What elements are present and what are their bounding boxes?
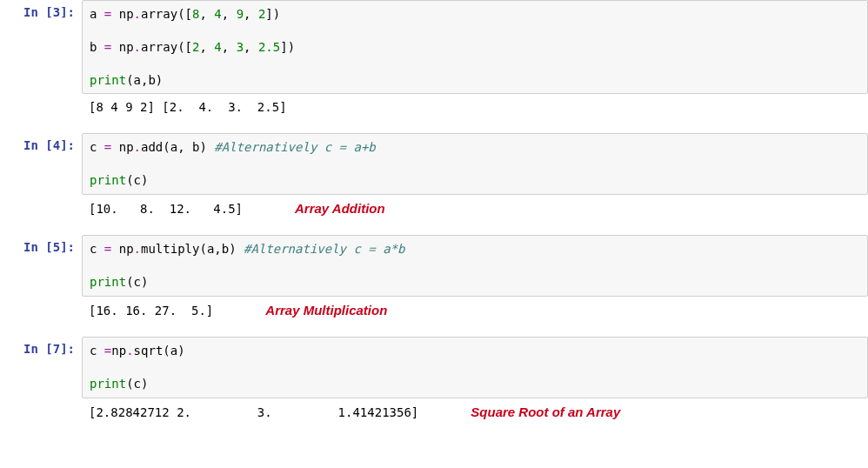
code-token: , (244, 40, 258, 54)
annotation-label: Array Multiplication (265, 302, 387, 319)
code-token: print (90, 377, 126, 391)
code-token: (a,b) (199, 242, 244, 256)
code-output: [10. 8. 12. 4.5] Array Addition (82, 195, 868, 223)
code-token: (a) (163, 344, 184, 358)
code-input[interactable]: c = np.add(a, b) #Alternatively c = a+b … (82, 133, 868, 195)
output-cell: [16. 16. 27. 5.] Array Multiplication (0, 297, 868, 324)
output-prompt (0, 94, 82, 104)
code-token: . (134, 242, 141, 256)
code-token: = (104, 242, 119, 256)
code-cell: In [7]: c =np.sqrt(a) print(c) (0, 337, 868, 398)
input-prompt: In [4]: (0, 133, 82, 157)
code-token: (a, b) (163, 140, 214, 154)
code-token: np (119, 242, 134, 256)
code-token: , (199, 40, 214, 54)
code-token: c (90, 344, 104, 358)
code-token: 3 (237, 40, 244, 54)
code-token: . (134, 40, 141, 54)
code-token: . (126, 344, 133, 358)
annotation-label: Square Root of an Array (471, 404, 620, 421)
code-output: [2.82842712 2. 3. 1.41421356] Square Roo… (82, 398, 868, 426)
code-token: a (90, 7, 104, 21)
code-token: print (90, 73, 126, 87)
output-cell: [10. 8. 12. 4.5] Array Addition (0, 195, 868, 223)
code-token: , (244, 7, 258, 21)
code-token: , (222, 7, 237, 21)
code-token: c (90, 242, 104, 256)
output-prompt (0, 195, 82, 205)
output-cell: [8 4 9 2] [2. 4. 3. 2.5] (0, 94, 868, 121)
annotation-label: Array Addition (295, 200, 385, 217)
code-token: ([ (177, 40, 192, 54)
code-token: print (90, 275, 126, 289)
code-token: . (134, 140, 141, 154)
code-token: np (119, 40, 134, 54)
code-token: print (90, 173, 126, 187)
code-token: 4 (214, 7, 221, 21)
code-token: = (104, 40, 119, 54)
code-token: c (90, 140, 104, 154)
code-token: np (119, 140, 134, 154)
code-token: ]) (280, 40, 295, 54)
code-token: array (141, 40, 177, 54)
output-text: [8 4 9 2] [2. 4. 3. 2.5] (89, 99, 287, 116)
code-token: 2.5 (258, 40, 280, 54)
code-token: add (141, 140, 163, 154)
code-cell: In [4]: c = np.add(a, b) #Alternatively … (0, 133, 868, 195)
output-text: [16. 16. 27. 5.] (89, 303, 213, 319)
code-cell: In [3]: a = np.array([8, 4, 9, 2]) b = n… (0, 0, 868, 94)
code-token: (c) (126, 173, 148, 187)
code-token: (c) (126, 377, 148, 391)
code-token: 9 (237, 7, 244, 21)
output-prompt (0, 398, 82, 409)
input-prompt: In [7]: (0, 337, 82, 361)
code-token: = (104, 140, 119, 154)
code-token: sqrt (134, 344, 164, 358)
code-output: [16. 16. 27. 5.] Array Multiplication (82, 297, 868, 324)
output-text: [10. 8. 12. 4.5] (89, 201, 243, 217)
code-token: (c) (126, 275, 148, 289)
code-token: , (222, 40, 237, 54)
code-input[interactable]: c = np.multiply(a,b) #Alternatively c = … (82, 235, 868, 297)
output-text: [2.82842712 2. 3. 1.41421356] (89, 404, 418, 421)
code-token: b (90, 40, 104, 54)
code-token: ([ (177, 7, 192, 21)
code-token: 4 (214, 40, 221, 54)
output-cell: [2.82842712 2. 3. 1.41421356] Square Roo… (0, 398, 868, 426)
code-input[interactable]: c =np.sqrt(a) print(c) (82, 337, 868, 398)
code-token: , (199, 7, 214, 21)
code-comment: #Alternatively c = a+b (214, 140, 375, 154)
code-token: multiply (141, 242, 199, 256)
code-token: (a,b) (126, 73, 163, 87)
code-token: = (104, 7, 119, 21)
code-token: np (119, 7, 134, 21)
code-token: array (141, 7, 177, 21)
code-token: . (134, 7, 141, 21)
output-prompt (0, 297, 82, 307)
code-token: np (111, 344, 126, 358)
input-prompt: In [3]: (0, 0, 82, 24)
code-comment: #Alternatively c = a*b (244, 242, 404, 256)
code-token: ]) (265, 7, 280, 21)
code-input[interactable]: a = np.array([8, 4, 9, 2]) b = np.array(… (82, 0, 868, 94)
code-output: [8 4 9 2] [2. 4. 3. 2.5] (82, 94, 868, 121)
code-cell: In [5]: c = np.multiply(a,b) #Alternativ… (0, 235, 868, 297)
input-prompt: In [5]: (0, 235, 82, 259)
